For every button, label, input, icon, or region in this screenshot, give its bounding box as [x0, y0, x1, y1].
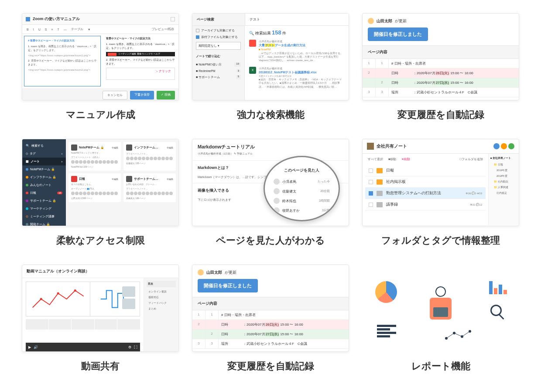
result-item[interactable]: 小澤卓馬が最終作成 大量テストデータ生成の実行方法 ■ NotePM …nlでは…: [249, 40, 344, 62]
user-avatar: [368, 18, 374, 24]
folder-toolbar[interactable]: すべて選択 ■移動 ✕削除 □フォルダを追加: [365, 157, 486, 165]
viewer-row: 小澤卓馬たった今: [274, 177, 330, 186]
section-header: ページ内容: [192, 297, 349, 310]
card-history-2: 山田太郎 が更新 開催日を修正しました ページ内容 11# 日時・場所・出席者 …: [192, 265, 349, 373]
list-icon: [377, 325, 396, 339]
workspace-card[interactable]: NotePMチーム 🔒⚙ 編集NotePMプロジェクト用です。プライベートノート…: [68, 142, 121, 171]
save-button[interactable]: ✓ 投稿: [157, 91, 175, 100]
user-avatar[interactable]: [501, 143, 507, 149]
thumb-report: [362, 265, 519, 352]
thumb-search: ページ検索 テスト アーカイブも対象にする 添付ファイルも対象にする 期間指定な…: [192, 13, 349, 100]
sidebar-item[interactable]: インフラチーム 🔒: [22, 173, 66, 181]
opt-archive[interactable]: アーカイブも対象にする: [196, 28, 241, 33]
thumb-manual: Zoom の使い方マニュアル BIUS≡T—テーブル▼プレビュー/既存 # 背景…: [22, 13, 179, 100]
tag-item[interactable]: 📁 人事関連: [490, 185, 517, 190]
volume-icon: 🔊: [34, 345, 38, 349]
close-icon[interactable]: [171, 17, 175, 21]
diff-table: 11# 日時・場所・出席者 2日時：2020年07月26日(火) 15:00 〜…: [192, 310, 349, 349]
result-icon: [249, 40, 256, 47]
caption: ページを見た人がわかる: [216, 234, 325, 247]
svg-point-0: [40, 298, 42, 300]
folder-row[interactable]: 勤怠管理システムへの打刻方法👁26 💬0 ★53: [365, 188, 486, 199]
folder-row[interactable]: 議事録👁21 💬12: [365, 199, 486, 210]
thumb-folders: 全社共有ノート すべて選択 ■移動 ✕削除 □フォルダを追加 日報社内掲示板勤怠…: [362, 139, 519, 226]
caption: フォルダとタグで情報整理: [381, 234, 500, 247]
markdown-source[interactable]: # 背景やスピーカー・マイクの設定方法 1. zoom を開き、画面左上に表示さ…: [24, 36, 101, 86]
tag-item[interactable]: 📁 日報: [490, 162, 517, 168]
viewer-popup: このページを見た人 小澤卓馬たった今佐藤健太20分前鈴木拓也1時間前牧野あすか3…: [264, 156, 340, 221]
card-video: 動画マニュアル（オンライン商談）: [22, 265, 179, 373]
opt-attach[interactable]: 添付ファイルも対象にする: [196, 35, 241, 39]
filter-item[interactable]: ■ RedminePM3: [196, 68, 241, 74]
sidebar-item[interactable]: みんなのノート: [22, 181, 66, 189]
caption: 動画共有: [81, 360, 120, 373]
cancel-button[interactable]: キャンセル: [103, 91, 127, 100]
tag-sidebar: ■ 全社共有ノート 📁 日報 2019年度 2018年度📁 社内勤怠📁 人事関連…: [488, 154, 519, 225]
doc-title: Zoom の使い方マニュアル: [33, 16, 171, 22]
caption: マニュアル作成: [66, 108, 135, 121]
sidebar-item[interactable]: 日報15: [22, 189, 66, 197]
change-message: 開催日を修正しました: [198, 279, 258, 292]
filter-item[interactable]: ■ NotePMの使い方10: [196, 61, 241, 68]
bar-chart-icon: [489, 279, 507, 294]
tag-item[interactable]: 2018年度: [490, 173, 517, 179]
section-header: ページ内容: [363, 45, 519, 59]
caption: 柔軟なアクセス制限: [56, 234, 145, 247]
sidebar-item[interactable]: NotePMチーム 🔒: [22, 165, 66, 173]
sidebar-nav: 🔍 検索する ◇ タグ › ▦ ノート › NotePMチーム 🔒インフラチーム…: [22, 139, 66, 226]
sidebar-item[interactable]: 開発チーム 🔒: [22, 220, 66, 226]
editor-toolbar[interactable]: BIUS≡T—テーブル▼プレビュー/既存: [22, 25, 178, 34]
card-report: レポート機能: [362, 265, 519, 373]
page-title: Markdonwチュートリアル: [198, 144, 343, 150]
workspace-card[interactable]: インフラチーム…⚙ 編集プライベートノート…佐藤健太 135ページ: [123, 142, 176, 171]
viewer-row: 牧野あすか3日前: [274, 206, 330, 215]
folder-row[interactable]: 社内掲示板: [365, 176, 486, 188]
search-label: ページ検索: [192, 14, 245, 25]
preview-pane: 背景やスピーカー・マイクの設定方法 1. zoom を開き、画面左上に表示される…: [103, 34, 178, 88]
sidebar-item[interactable]: ミーティング議事: [22, 213, 66, 220]
tag-item[interactable]: 2019年度: [490, 168, 517, 173]
fullscreen-icon: ⛶: [134, 345, 137, 349]
card-search: ページ検索 テスト アーカイブも対象にする 添付ファイルも対象にする 期間指定な…: [192, 13, 349, 121]
diff-table: 11# 日時・場所・出席者 2日時：2020年07月26日(火) 15:00 〜…: [363, 59, 519, 97]
pie-chart-icon: [375, 281, 397, 303]
excel-icon: X: [249, 67, 256, 74]
folder-row[interactable]: 日報: [365, 165, 486, 176]
change-message: 開催日を修正しました: [368, 28, 428, 41]
thumb-history: 山田太郎 が更新 開催日を修正しました ページ内容 11# 日時・場所・出席者 …: [192, 265, 349, 352]
caption: 変更履歴を自動記録: [397, 108, 484, 121]
workspace-card[interactable]: 日報⚙ 編集日々の日報はこちら。オープンノート 👥75人山田太郎 2,508ペー…: [68, 173, 121, 202]
video-content: [26, 282, 140, 316]
participant-thumb: [122, 286, 135, 297]
filter-item[interactable]: ■ サポートチーム5: [196, 74, 241, 81]
video-controls[interactable]: ▶ 🔊 ⚙ ⛶: [26, 343, 140, 351]
feature-grid: Zoom の使い方マニュアル BIUS≡T—テーブル▼プレビュー/既存 # 背景…: [22, 13, 519, 373]
tag-item[interactable]: 社内規定: [490, 190, 517, 196]
thumb-history: 山田太郎 が更新 開催日を修正しました ページ内容 11# 日時・場所・出席者 …: [362, 13, 519, 100]
svg-point-1: [57, 292, 59, 294]
tag-item[interactable]: 📁 社内勤怠: [490, 179, 517, 185]
card-history: 山田太郎 が更新 開催日を修正しました ページ内容 11# 日時・場所・出席者 …: [362, 13, 519, 121]
thumb-access: 🔍 検索する ◇ タグ › ▦ ノート › NotePMチーム 🔒インフラチーム…: [22, 139, 179, 226]
period-select[interactable]: 期間指定なし ▾: [196, 42, 241, 50]
caption: 変更履歴を自動記録: [227, 360, 314, 373]
search-sidebar: アーカイブも対象にする 添付ファイルも対象にする 期間指定なし ▾ ノートで絞り…: [192, 26, 245, 100]
thumb-video: 動画マニュアル（オンライン商談）: [22, 265, 179, 352]
play-icon: ▶: [28, 345, 31, 349]
app-favicon: [26, 17, 30, 21]
note-icon: [367, 143, 374, 150]
viewer-row: 鈴木拓也1時間前: [274, 196, 330, 206]
user-avatar[interactable]: [508, 143, 514, 149]
search-input[interactable]: テスト: [245, 14, 349, 25]
scatter-icon: [445, 328, 476, 341]
participant-thumb: [122, 299, 135, 309]
sidebar-item[interactable]: サポートチーム 🔒: [22, 197, 66, 205]
viewer-row: 佐藤健太20分前: [274, 186, 330, 196]
sidebar-item[interactable]: マーケティング: [22, 205, 66, 213]
result-item[interactable]: X 小澤卓馬が最終作成 20180312_NotePMテスト会議議事録.xlsx…: [249, 67, 344, 89]
draft-button[interactable]: 下書き保存: [130, 91, 154, 100]
person-illustration: [425, 286, 456, 330]
user-avatar[interactable]: [493, 143, 500, 149]
card-viewers: Markdonwチュートリアル 小澤卓馬が最終作成（1日前） ✎ 学級ニュアル …: [192, 139, 349, 247]
workspace-card[interactable]: サポートチーム…⚙ 編集お問い合わせ内容、クレーム…プライベートノート…高橋美太…: [123, 173, 176, 202]
